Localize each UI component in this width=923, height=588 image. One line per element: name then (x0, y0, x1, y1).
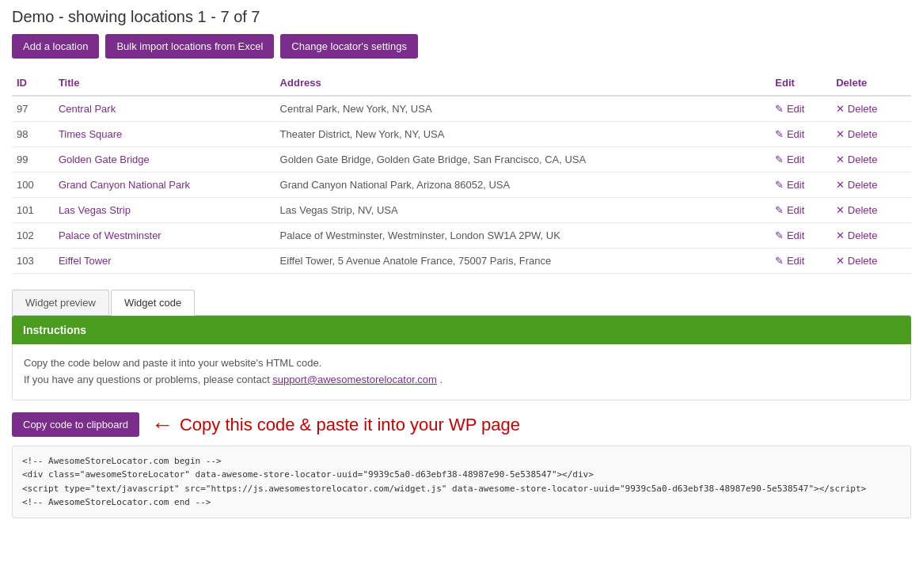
copy-instruction-text: ← Copy this code & paste it into your WP… (151, 412, 520, 438)
support-email-link[interactable]: support@awesomestorelocator.com (272, 374, 437, 385)
delete-link[interactable]: ✕ Delete (836, 154, 877, 165)
edit-link[interactable]: ✎ Edit (775, 103, 804, 115)
cell-address: Las Vegas Strip, NV, USA (275, 198, 771, 223)
edit-link[interactable]: ✎ Edit (775, 179, 804, 191)
cell-address: Central Park, New York, NY, USA (275, 96, 771, 122)
arrow-icon: ← (151, 412, 173, 438)
edit-link[interactable]: ✎ Edit (775, 204, 804, 216)
table-row: 103Eiffel TowerEiffel Tower, 5 Avenue An… (12, 248, 911, 274)
title-link[interactable]: Palace of Westminster (59, 230, 161, 241)
cell-edit: ✎ Edit (770, 122, 831, 147)
table-row: 101Las Vegas StripLas Vegas Strip, NV, U… (12, 198, 911, 223)
col-title: Title (54, 70, 275, 96)
cell-id: 102 (12, 223, 54, 248)
cell-edit: ✎ Edit (770, 248, 831, 274)
cell-delete: ✕ Delete (831, 122, 911, 147)
title-link[interactable]: Eiffel Tower (59, 255, 112, 267)
title-link[interactable]: Grand Canyon National Park (59, 179, 190, 191)
col-id: ID (12, 70, 54, 96)
cell-id: 100 (12, 173, 54, 198)
edit-link[interactable]: ✎ Edit (775, 154, 804, 165)
delete-link[interactable]: ✕ Delete (836, 179, 877, 191)
cell-address: Golden Gate Bridge, Golden Gate Bridge, … (275, 147, 771, 173)
cell-address: Palace of Westminster, Westminster, Lond… (275, 223, 771, 248)
cell-id: 98 (12, 122, 54, 147)
edit-link[interactable]: ✎ Edit (775, 128, 804, 140)
cell-title: Times Square (54, 122, 275, 147)
cell-title: Golden Gate Bridge (54, 147, 275, 173)
add-location-button[interactable]: Add a location (12, 34, 99, 59)
table-row: 98Times SquareTheater District, New York… (12, 122, 911, 147)
cell-delete: ✕ Delete (831, 248, 911, 274)
tab-widget-code[interactable]: Widget code (111, 290, 195, 316)
col-delete: Delete (831, 70, 911, 96)
cell-delete: ✕ Delete (831, 223, 911, 248)
cell-edit: ✎ Edit (770, 96, 831, 122)
title-link[interactable]: Las Vegas Strip (59, 204, 131, 216)
title-link[interactable]: Times Square (59, 128, 122, 140)
instructions-line2: If you have any questions or problems, p… (24, 372, 899, 389)
delete-link[interactable]: ✕ Delete (836, 255, 877, 267)
cell-id: 103 (12, 248, 54, 274)
delete-link[interactable]: ✕ Delete (836, 204, 877, 216)
cell-address: Eiffel Tower, 5 Avenue Anatole France, 7… (275, 248, 771, 274)
copy-code-button[interactable]: Copy code to clipboard (12, 412, 139, 437)
cell-delete: ✕ Delete (831, 147, 911, 173)
change-settings-button[interactable]: Change locator's settings (280, 34, 418, 59)
table-row: 100Grand Canyon National ParkGrand Canyo… (12, 173, 911, 198)
edit-link[interactable]: ✎ Edit (775, 230, 804, 241)
title-link[interactable]: Central Park (59, 103, 116, 115)
cell-edit: ✎ Edit (770, 198, 831, 223)
cell-address: Grand Canyon National Park, Arizona 8605… (275, 173, 771, 198)
toolbar: Add a location Bulk import locations fro… (12, 34, 911, 59)
table-row: 99Golden Gate BridgeGolden Gate Bridge, … (12, 147, 911, 173)
page-title: Demo - showing locations 1 - 7 of 7 (12, 8, 911, 26)
delete-link[interactable]: ✕ Delete (836, 128, 877, 140)
cell-title: Palace of Westminster (54, 223, 275, 248)
cell-title: Central Park (54, 96, 275, 122)
cell-title: Grand Canyon National Park (54, 173, 275, 198)
copy-row: Copy code to clipboard ← Copy this code … (12, 412, 911, 438)
cell-id: 101 (12, 198, 54, 223)
copy-instruction-label: Copy this code & paste it into your WP p… (180, 415, 520, 435)
tab-widget-preview[interactable]: Widget preview (12, 290, 109, 315)
code-snippet[interactable]: <!-- AwesomeStoreLocator.com begin --> <… (12, 446, 911, 518)
title-link[interactable]: Golden Gate Bridge (59, 154, 150, 165)
col-edit: Edit (770, 70, 831, 96)
delete-link[interactable]: ✕ Delete (836, 103, 877, 115)
instructions-line2-post: . (437, 374, 443, 385)
tabs-container: Widget preview Widget code (12, 290, 911, 316)
cell-title: Eiffel Tower (54, 248, 275, 274)
instructions-heading: Instructions (12, 316, 911, 344)
cell-edit: ✎ Edit (770, 173, 831, 198)
locations-table: ID Title Address Edit Delete 97Central P… (12, 70, 911, 274)
cell-title: Las Vegas Strip (54, 198, 275, 223)
cell-id: 97 (12, 96, 54, 122)
instructions-line2-pre: If you have any questions or problems, p… (24, 374, 272, 385)
table-row: 97Central ParkCentral Park, New York, NY… (12, 96, 911, 122)
cell-delete: ✕ Delete (831, 198, 911, 223)
edit-link[interactable]: ✎ Edit (775, 255, 804, 267)
instructions-line1: Copy the code below and paste it into yo… (24, 355, 899, 372)
cell-edit: ✎ Edit (770, 223, 831, 248)
table-row: 102Palace of WestminsterPalace of Westmi… (12, 223, 911, 248)
delete-link[interactable]: ✕ Delete (836, 230, 877, 241)
col-address: Address (275, 70, 771, 96)
cell-address: Theater District, New York, NY, USA (275, 122, 771, 147)
bulk-import-button[interactable]: Bulk import locations from Excel (105, 34, 274, 59)
cell-delete: ✕ Delete (831, 173, 911, 198)
cell-delete: ✕ Delete (831, 96, 911, 122)
cell-edit: ✎ Edit (770, 147, 831, 173)
instructions-content: Copy the code below and paste it into yo… (12, 344, 911, 400)
cell-id: 99 (12, 147, 54, 173)
